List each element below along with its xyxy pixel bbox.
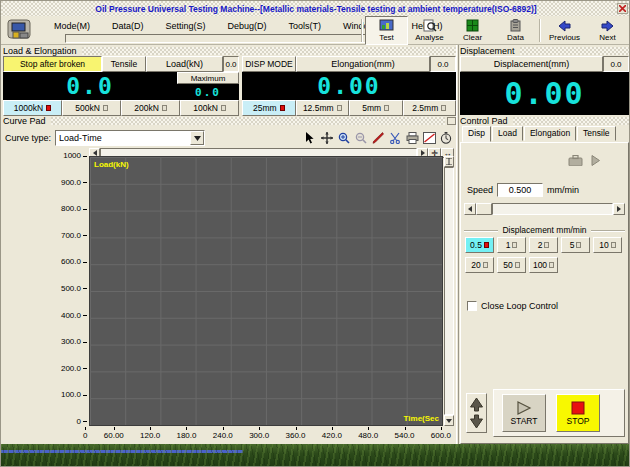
- fit-vertical-icon[interactable]: [444, 156, 454, 167]
- control-pad-header-strip: Control Pad: [460, 116, 629, 126]
- toolbar-test-button[interactable]: Test: [365, 16, 408, 45]
- speed-0-5-button[interactable]: 0.5: [465, 237, 494, 253]
- vertical-splitter[interactable]: [456, 45, 459, 444]
- previous-arrow-icon: [557, 20, 572, 32]
- stop-button[interactable]: STOP: [556, 394, 600, 432]
- timer-icon[interactable]: [438, 131, 454, 146]
- pen-tool-icon[interactable]: [370, 131, 386, 146]
- tab-disp[interactable]: Disp: [462, 126, 491, 142]
- speed-5-button[interactable]: 5: [561, 237, 590, 253]
- displacement-label: Displacement: [460, 46, 520, 56]
- scroll-down-icon[interactable]: [444, 415, 454, 426]
- play-icon[interactable]: [591, 155, 600, 166]
- curve-type-label: Curve type:: [5, 133, 51, 143]
- disp-mode-button[interactable]: DISP MODE: [242, 56, 296, 72]
- elongation-range-12-5mm-button[interactable]: 12.5mm: [296, 100, 350, 116]
- displacement-header-strip: Displacement: [460, 46, 629, 56]
- scissors-tool-icon[interactable]: [387, 131, 403, 146]
- x-axis-labels: 0 60.00 120.0 180.0 240.0 300.0 360.0 42…: [83, 431, 451, 440]
- curve-window-icon[interactable]: [421, 131, 437, 146]
- desktop-wallpaper: [1, 444, 630, 467]
- toolbar-separator: [361, 19, 363, 42]
- menu-data[interactable]: Data(D): [101, 20, 155, 33]
- menu-tools[interactable]: Tools(T): [278, 20, 333, 33]
- slider-left-icon[interactable]: [464, 203, 476, 215]
- load-range-1000kn-button[interactable]: 1000kN: [3, 100, 62, 116]
- curve-type-select[interactable]: Load-Time: [55, 130, 205, 146]
- slider-right-icon[interactable]: [613, 203, 625, 215]
- speed-row: Speed mm/min: [467, 183, 579, 197]
- elongation-range-5mm-button[interactable]: 5mm: [349, 100, 403, 116]
- speed-50-button[interactable]: 50: [497, 257, 526, 273]
- speed-indicator: [483, 262, 488, 268]
- data-icon: [508, 19, 523, 32]
- toolbar-next-label: Next: [599, 33, 615, 42]
- control-pad-group: Control Pad Disp Load Elongation Tensile…: [460, 116, 629, 444]
- load-range-500kn-button[interactable]: 500kN: [62, 100, 121, 116]
- toolbar-data-button[interactable]: Data: [494, 16, 537, 45]
- chart-plot-area[interactable]: Load(kN) Time(Sec: [89, 156, 443, 426]
- toolbar-next-button[interactable]: Next: [586, 16, 629, 45]
- menu-setting[interactable]: Setting(S): [155, 20, 217, 33]
- tensile-mode-button[interactable]: Tensile: [102, 56, 146, 72]
- title-bar: Oil Pressure Universal Testing Machine--…: [1, 1, 630, 16]
- toolbar: Test Analyse Clear Data Previous Next: [359, 16, 629, 45]
- window-title: Oil Pressure Universal Testing Machine--…: [1, 4, 630, 14]
- load-range-100kn-button[interactable]: 100kN: [180, 100, 239, 116]
- close-button[interactable]: [617, 3, 628, 14]
- load-elongation-header: Load & Elongation: [3, 46, 456, 56]
- analyse-icon: [422, 19, 437, 32]
- stop-label: STOP: [567, 416, 590, 426]
- disp-tab-panel: Speed mm/min Displacement mm/min 0.5 1 2…: [460, 142, 629, 444]
- speed-2-button[interactable]: 2: [529, 237, 558, 253]
- speed-input[interactable]: [497, 183, 543, 197]
- stop-after-broken-button[interactable]: Stop after broken: [3, 56, 102, 72]
- elongation-range-25mm-button[interactable]: 25mm: [242, 100, 296, 116]
- menu-mode[interactable]: Mode(M): [43, 20, 101, 33]
- speed-label: Speed: [467, 185, 493, 195]
- crosshair-tool-icon[interactable]: [319, 131, 335, 146]
- toolbar-analyse-button[interactable]: Analyse: [408, 16, 451, 45]
- menu-debug[interactable]: Debug(D): [217, 20, 278, 33]
- tab-load[interactable]: Load: [492, 126, 523, 141]
- load-header-value: 0.0: [223, 56, 239, 72]
- range-indicator: [46, 105, 51, 111]
- zoom-out-icon[interactable]: [353, 131, 369, 146]
- toolbar-clear-button[interactable]: Clear: [451, 16, 494, 45]
- toolbar-data-label: Data: [507, 33, 524, 42]
- close-loop-checkbox[interactable]: [467, 301, 477, 311]
- speed-100-button[interactable]: 100: [529, 257, 558, 273]
- start-button[interactable]: START: [502, 394, 546, 432]
- control-tabs: Disp Load Elongation Tensile: [462, 126, 617, 141]
- slider-thumb[interactable]: [476, 203, 492, 215]
- elongation-display: 0.00: [242, 72, 456, 100]
- start-triangle-icon: [516, 401, 532, 415]
- chart-vscrollbar[interactable]: [444, 156, 454, 426]
- next-arrow-icon: [600, 20, 615, 32]
- toolbar-separator: [539, 19, 541, 42]
- app-window: Oil Pressure Universal Testing Machine--…: [0, 0, 630, 467]
- maximum-value: 0.0: [177, 84, 239, 100]
- close-loop-label: Close Loop Control: [481, 301, 558, 311]
- elongation-header: Elongation(mm): [296, 56, 430, 72]
- zoom-in-icon[interactable]: [336, 131, 352, 146]
- speed-10-button[interactable]: 10: [593, 237, 622, 253]
- tab-elongation[interactable]: Elongation: [524, 126, 576, 141]
- curve-pad-restore-icon[interactable]: [447, 117, 456, 125]
- cursor-tool-icon[interactable]: [302, 131, 318, 146]
- toolbar-previous-button[interactable]: Previous: [543, 16, 586, 45]
- speed-slider[interactable]: [464, 203, 625, 215]
- chart-xlabel: Time(Sec: [404, 414, 439, 423]
- control-pad-label: Control Pad: [460, 116, 513, 126]
- speed-buttons-row1: 0.5 1 2 5 10: [465, 237, 622, 253]
- close-loop-row: Close Loop Control: [467, 301, 558, 311]
- displacement-header-value: 0.0: [603, 56, 629, 72]
- curve-type-dropdown-button[interactable]: [190, 131, 204, 145]
- print-icon[interactable]: [404, 131, 420, 146]
- tab-tensile[interactable]: Tensile: [577, 126, 615, 141]
- speed-20-button[interactable]: 20: [465, 257, 494, 273]
- jog-up-down-button[interactable]: [466, 393, 487, 433]
- speed-1-button[interactable]: 1: [497, 237, 526, 253]
- load-range-200kn-button[interactable]: 200kN: [121, 100, 180, 116]
- elongation-range-2-5mm-button[interactable]: 2.5mm: [403, 100, 457, 116]
